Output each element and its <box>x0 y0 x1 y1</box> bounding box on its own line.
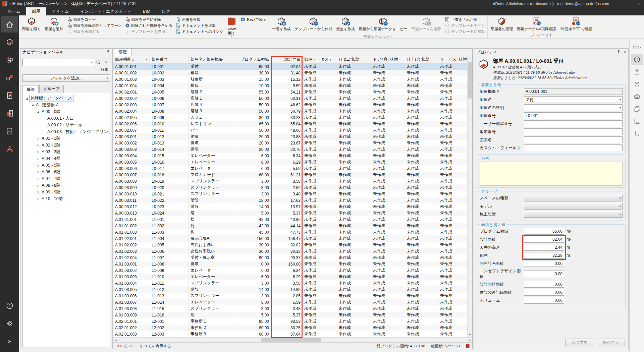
field-input[interactable]: 0.00 <box>524 289 564 296</box>
table-row[interactable]: A.00.03.010L0-021スプリンクラー3.003.48未作成未作成未作… <box>113 191 467 197</box>
table-row[interactable]: A.00.03.007L0-018プロムナード60.0061.21未作成未作成未… <box>113 172 467 178</box>
ribbon-button[interactable]: テンプレートを適用 <box>125 28 173 35</box>
menu-item-4[interactable]: BIM <box>137 7 156 15</box>
table-row[interactable]: A.01.03.005L1-012階段14.0014.89未作成未作成未作成未作… <box>113 286 467 293</box>
table-row[interactable]: A.00.01.003L0-003駐輪所15.0015.12未作成未作成未作成未… <box>113 76 467 82</box>
tree-item[interactable]: ◢A - 建築物 A <box>23 102 110 108</box>
table-row[interactable]: A.00.03.004L0-015エレベーター6.006.34未作成未作成未作成… <box>113 153 467 159</box>
panel-info-icon[interactable]: i <box>631 54 643 65</box>
tree-expanded-icon[interactable]: ◢ <box>24 97 29 100</box>
table-row[interactable]: A.01.02.004L1-007受付・展示室90.0093.37未作成未作成未… <box>113 254 467 261</box>
ribbon-button[interactable]: +画像を追加 <box>175 16 223 22</box>
tree-item[interactable]: ▷A.09 - 9階 <box>23 189 110 195</box>
chevron-down-icon[interactable]: ▾ <box>91 61 93 64</box>
menu-item-5[interactable]: ログ <box>156 7 176 15</box>
sidebar-home-icon[interactable] <box>1 16 18 33</box>
field-input[interactable] <box>524 128 623 135</box>
maximize-icon[interactable]: □ <box>624 0 634 7</box>
table-row[interactable]: A.02.01.003L2-003事務所 360.0057.64未作成未作成未作… <box>113 331 467 337</box>
remarks-textarea[interactable] <box>480 162 623 186</box>
table-row[interactable]: A.00.02.007L0-011バー50.0048.06未作成未作成未作成未作… <box>113 127 467 133</box>
field-input[interactable]: 32.28 <box>524 252 564 259</box>
add-filter-button[interactable]: フィルタを追加... ▾ <box>22 74 110 82</box>
table-row[interactable]: A.01.03.006L1-013スプリンクラー3.002.85未作成未作成未作… <box>113 293 467 299</box>
tree-item[interactable]: ▷A.03 - 3階 <box>23 149 110 155</box>
column-header-1[interactable]: 部屋番号 <box>150 56 189 63</box>
field-dropdown[interactable]: ▾ <box>524 203 623 210</box>
ribbon-button[interactable]: 部屋を再開する <box>67 28 122 35</box>
search-link[interactable]: 検索 <box>20 67 108 72</box>
sidebar-documents-icon[interactable] <box>1 87 18 104</box>
nav-tab-0[interactable]: 機能 <box>22 85 39 93</box>
scroll-left-icon[interactable]: ◄ <box>113 338 118 342</box>
field-input[interactable]: 受付▾ <box>524 96 623 103</box>
undo-button[interactable]: 元に戻す <box>565 339 593 346</box>
ribbon-button[interactable]: テンプレートを開く <box>444 22 485 28</box>
tree-item[interactable]: ◢体験版 | データベース <box>23 95 110 102</box>
tree-item[interactable]: ▷A.10 - 10階 <box>23 195 110 202</box>
minimize-icon[interactable]: – <box>614 0 624 7</box>
column-header-0[interactable]: 部屋機能 #▲ <box>113 56 150 63</box>
nav-tab-1[interactable]: グループ <box>39 85 64 93</box>
ribbon-button[interactable]: 1:1"特定条件下"で確認 <box>558 16 594 31</box>
column-header-2[interactable]: 部屋名と部屋概要 <box>189 56 238 63</box>
column-header-3[interactable]: プログラム領域 <box>238 56 271 63</box>
ribbon-button[interactable]: ×部屋を削除済みとしてマーク <box>67 22 122 28</box>
table-row[interactable]: A.00.02.001L0-005店舗 255.0054.21未作成未作成未作成… <box>113 89 467 95</box>
ribbon-button[interactable]: =テンプレートから作成 <box>293 16 334 31</box>
table-row[interactable]: A.01.03.007L1-014エレベーター6.005.59未作成未作成未作成… <box>113 299 467 305</box>
sidebar-expand-icon[interactable]: » <box>1 333 18 349</box>
save-button[interactable]: 保存する <box>597 339 625 346</box>
column-header-5[interactable]: 部屋データステータス <box>303 56 337 63</box>
ribbon-button[interactable]: =部屋から部屋データをコピー <box>357 16 410 31</box>
show-all-link[interactable]: すべてを表示する <box>140 344 171 349</box>
tree-collapsed-icon[interactable]: ▷ <box>36 184 41 187</box>
close-icon[interactable]: × <box>624 50 626 55</box>
tree-item[interactable]: ▷A.04 - 4愛 <box>23 155 110 162</box>
ribbon-button[interactable]: ∞ドキュメントへのリンク <box>175 28 223 35</box>
table-row[interactable]: A.01.03.003L1-010エレベーター6.006.29未作成未作成未作成… <box>113 274 467 280</box>
field-input[interactable]: 0.00 <box>524 281 564 288</box>
ribbon-button[interactable]: テンプレートに移動 <box>444 28 485 35</box>
table-row[interactable]: A.00.03.009L0-020スプリンクラー3.002.59未作成未作成未作… <box>113 184 467 191</box>
table-row[interactable]: A.00.03.002L0-013循環20.0023.67未作成未作成未作成未作… <box>113 140 467 146</box>
tree-item[interactable]: A.00.03 - 技術・エンジニアリング <box>23 128 110 135</box>
table-row[interactable]: A.01.03.008L1-015スプリンクラー3.003.48未作成未作成未作… <box>113 305 467 312</box>
menu-item-1[interactable]: 部屋 <box>26 7 46 15</box>
panel-datasheet-icon[interactable] <box>631 66 643 77</box>
tree-collapsed-icon[interactable]: ▷ <box>36 157 41 160</box>
scroll-down-icon[interactable]: ▼ <box>468 332 472 337</box>
ribbon-button[interactable]: 1:1部屋データ<->項目確認 <box>515 16 558 31</box>
table-row[interactable]: A.00.03.006L0-017エレベーター6.005.59未作成未作成未作成… <box>113 165 467 172</box>
sidebar-buildings-icon[interactable] <box>1 105 18 121</box>
pin-icon[interactable] <box>106 50 110 55</box>
tree-item[interactable]: ▷A.07 - 7階 <box>23 175 110 182</box>
table-row[interactable]: A.00.02.004L0-008店舗 350.0050.79未作成未作成未作成… <box>113 108 467 114</box>
ribbon-button[interactable]: RRevitで表示 <box>240 16 266 22</box>
field-input[interactable] <box>524 136 623 143</box>
column-header-6[interactable]: FF&E: 状態 <box>337 56 371 63</box>
table-row[interactable]: A.00.03.012L0-023階段14.0013.97未作成未作成未作成未作… <box>113 203 467 210</box>
panel-layout-icon[interactable]: ▾ <box>631 41 643 53</box>
table-row[interactable]: A.01.03.001L1-008循環0.00160.80未作成未作成未作成未作… <box>113 261 467 267</box>
field-input[interactable]: 2.44 <box>524 244 564 251</box>
table-row[interactable]: A.01.02.003L1-006女性お手洗い30.0030.38未作成未作成未… <box>113 248 467 254</box>
sidebar-reports-icon[interactable] <box>1 123 18 139</box>
field-input[interactable]: 0.00 <box>524 297 564 304</box>
tree-collapsed-icon[interactable]: ▷ <box>36 177 41 180</box>
table-row[interactable]: A.01.02.002L1-005男性お手洗い30.0032.02未作成未作成未… <box>113 242 467 248</box>
field-input[interactable]: 62.04 <box>524 236 564 243</box>
table-row[interactable]: A.01.02.001L1-004展示会場A150.00158.47未作成未作成… <box>113 235 467 242</box>
sidebar-products-icon[interactable] <box>1 69 18 86</box>
field-input[interactable]: A.00.01.001 <box>524 88 623 95</box>
horizontal-scrollbar[interactable]: ◄ ► <box>113 337 472 342</box>
sidebar-rooms-icon[interactable] <box>1 34 18 50</box>
ribbon-button[interactable]: ×部屋データを削除 <box>409 16 443 31</box>
table-row[interactable]: A.00.03.001L0-012循環20.0023.88未作成未作成未作成未作… <box>113 133 467 140</box>
panel-copies-icon[interactable] <box>631 103 643 115</box>
field-input[interactable]: 0.00 <box>524 271 564 277</box>
field-dropdown[interactable]: ▾ <box>524 195 623 201</box>
table-row[interactable]: A.00.03.011L0-022階段18.0017.62未作成未作成未作成未作… <box>113 197 467 203</box>
panel-log-icon[interactable] <box>631 116 643 127</box>
field-input[interactable]: ▾ <box>524 104 623 111</box>
